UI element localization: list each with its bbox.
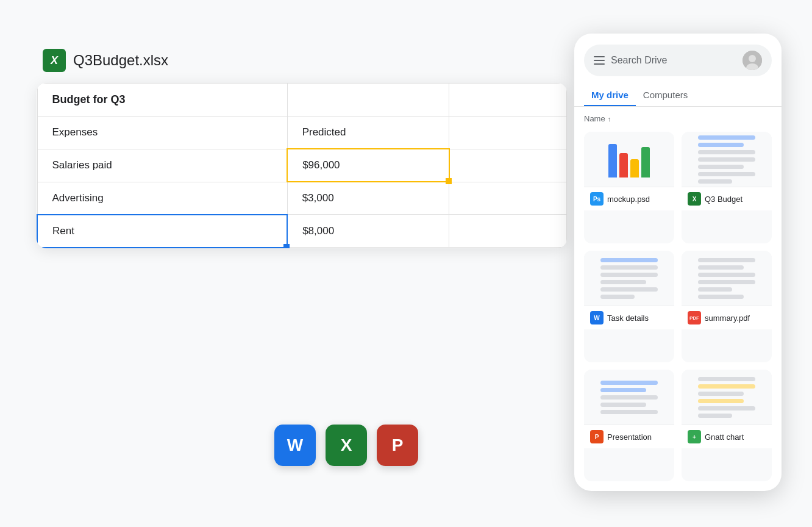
title-empty-cell [287,84,449,117]
file-card-taskdetails[interactable]: W Task details [584,251,674,362]
badge-w: W [590,311,604,324]
title-extra-cell [449,84,567,117]
spreadsheet-header-row: Expenses Predicted [37,117,567,149]
doc-lines-summary [691,251,763,306]
rent-row: Rent $8,000 [37,215,567,248]
file-label-taskdetails: Task details [607,314,649,323]
salaries-row: Salaries paid $96,000 [37,149,567,182]
file-icon-xlsx: X [43,49,66,72]
file-preview-gnatt [682,370,772,425]
file-card-mockup[interactable]: Ps mockup.psd [584,132,674,243]
file-name: Q3Budget.xlsx [73,52,168,69]
advertising-extra-cell [449,182,567,215]
file-card-presentation[interactable]: P Presentation [584,370,674,481]
drive-tabs: My drive Computers [574,85,782,107]
header-extra-cell [449,117,567,149]
file-card-gnatt[interactable]: + Gnatt chart [682,370,772,481]
name-sort-label[interactable]: Name [584,114,605,123]
bar-blue [608,144,617,177]
doc-lines-presentation [593,373,665,421]
doc-lines-gnatt [691,370,763,425]
doc-lines-taskdetails [593,251,665,306]
rent-extra-cell [449,215,567,248]
spreadsheet-card: Budget for Q3 Expenses Predicted Salarie… [37,83,567,248]
doc-lines-q3budget [691,132,763,191]
predicted-header-cell[interactable]: Predicted [287,117,449,149]
file-preview-q3budget [682,132,772,187]
bar-yellow [630,159,639,177]
file-info-summary: PDF summary.pdf [682,306,772,329]
badge-plus: + [688,430,701,443]
file-preview-mockup [584,132,674,187]
file-label-presentation: Presentation [607,432,652,442]
drive-panel: Search Drive My drive Computers Name ↑ [574,34,782,491]
drive-files-grid: Ps mockup.psd X Q3 Budget [574,127,782,491]
file-info-taskdetails: W Task details [584,306,674,329]
file-label-summary: summary.pdf [705,314,750,323]
rent-label-cell[interactable]: Rent [37,215,287,248]
word-icon[interactable]: W [274,425,316,466]
file-label-mockup: mockup.psd [607,195,650,204]
search-input[interactable]: Search Drive [611,55,736,66]
badge-ps: Ps [590,192,604,206]
search-bar[interactable]: Search Drive [584,45,772,76]
bar-green [641,147,650,177]
expenses-header-cell[interactable]: Expenses [37,117,287,149]
spreadsheet-table: Budget for Q3 Expenses Predicted Salarie… [37,83,567,248]
hamburger-icon[interactable] [594,56,605,65]
bar-red [619,153,628,177]
salaries-extra-cell [449,149,567,182]
salaries-label-cell[interactable]: Salaries paid [37,149,287,182]
advertising-value-cell[interactable]: $3,000 [287,182,449,215]
drive-header: Search Drive [574,34,782,85]
rent-value-cell[interactable]: $8,000 [287,215,449,248]
file-preview-summary [682,251,772,306]
yellow-fill-handle[interactable] [446,178,452,184]
advertising-row: Advertising $3,000 [37,182,567,215]
tab-my-drive[interactable]: My drive [584,85,636,106]
file-info-presentation: P Presentation [584,425,674,448]
file-info-gnatt: + Gnatt chart [682,425,772,448]
badge-x: X [688,192,701,206]
drive-name-bar: Name ↑ [574,107,782,127]
spreadsheet-container: X Q3Budget.xlsx Budget for Q3 Expenses P… [37,49,567,248]
blue-fill-handle[interactable] [283,244,290,248]
file-preview-presentation [584,370,674,425]
avatar[interactable] [743,51,762,70]
file-label-gnatt: Gnatt chart [705,432,744,442]
chart-bars-icon [608,141,650,177]
salaries-value-cell[interactable]: $96,000 [287,149,449,182]
app-icons-row: W X P [274,425,418,466]
file-preview-taskdetails [584,251,674,306]
svg-point-1 [749,55,756,62]
excel-icon[interactable]: X [326,425,367,466]
file-card-summary[interactable]: PDF summary.pdf [682,251,772,362]
file-label-q3budget: Q3 Budget [705,195,743,204]
tab-computers[interactable]: Computers [636,85,695,106]
badge-p: P [590,430,604,443]
file-header: X Q3Budget.xlsx [37,49,567,72]
advertising-label-cell[interactable]: Advertising [37,182,287,215]
budget-title-cell[interactable]: Budget for Q3 [37,84,287,117]
sort-arrow-icon: ↑ [608,115,611,123]
file-info-mockup: Ps mockup.psd [584,187,674,210]
badge-pdf: PDF [688,311,701,324]
spreadsheet-title-row: Budget for Q3 [37,84,567,117]
file-card-q3budget[interactable]: X Q3 Budget [682,132,772,243]
powerpoint-icon[interactable]: P [377,425,418,466]
